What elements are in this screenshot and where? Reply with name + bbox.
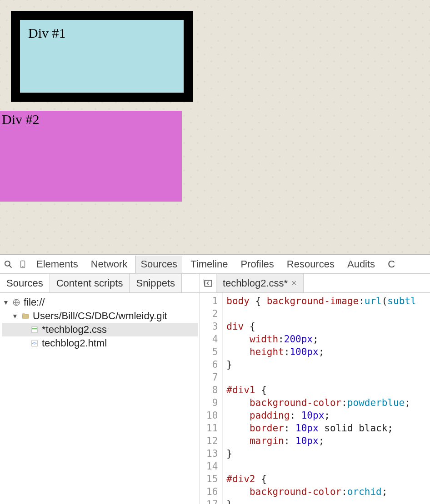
tree-file-label: *techblog2.css xyxy=(42,324,107,336)
svg-text:<>: <> xyxy=(32,341,37,346)
sources-subtabs: Sources Content scripts Snippets xyxy=(0,274,200,293)
code-editor[interactable]: 1234567891011121314151617 body { backgro… xyxy=(200,293,430,504)
tree-file-label: techblog2.html xyxy=(42,337,107,349)
div1-label: Div #1 xyxy=(28,25,66,40)
div1-box: Div #1 xyxy=(11,11,193,102)
div2-label: Div #2 xyxy=(2,112,40,127)
devtools-toolbar: Elements Network Sources Timeline Profil… xyxy=(0,255,430,274)
line-gutter: 1234567891011121314151617 xyxy=(200,293,223,504)
svg-rect-6 xyxy=(32,328,37,329)
tab-profiles[interactable]: Profiles xyxy=(236,256,278,273)
file-tree: ▼ file:// ▼ Users/Bill/CS/DBC/wmleidy.gi… xyxy=(0,293,200,353)
svg-rect-5 xyxy=(31,326,38,333)
code-content[interactable]: body { background-image:url(subtl div { … xyxy=(223,293,416,504)
close-icon[interactable]: × xyxy=(291,278,297,288)
tab-resources[interactable]: Resources xyxy=(282,256,339,273)
svg-point-0 xyxy=(5,261,10,266)
tree-file-css[interactable]: *techblog2.css xyxy=(2,323,198,336)
tab-sources[interactable]: Sources xyxy=(135,256,182,273)
search-icon[interactable] xyxy=(3,259,14,270)
tab-timeline[interactable]: Timeline xyxy=(186,256,232,273)
disclosure-down-icon: ▼ xyxy=(3,299,9,306)
svg-line-1 xyxy=(10,265,12,267)
globe-icon xyxy=(12,298,21,307)
tab-elements[interactable]: Elements xyxy=(32,256,83,273)
tab-network[interactable]: Network xyxy=(86,256,132,273)
editor-tabbar: techblog2.css* × xyxy=(200,274,430,293)
tab-audits[interactable]: Audits xyxy=(343,256,380,273)
page-preview: Div #1 Div #2 xyxy=(0,0,430,254)
editor-pane: techblog2.css* × 12345678910111213141516… xyxy=(200,274,430,504)
editor-tab[interactable]: techblog2.css* × xyxy=(216,274,304,292)
device-icon[interactable] xyxy=(17,259,28,270)
tree-file-html[interactable]: <> techblog2.html xyxy=(2,336,198,350)
tree-folder[interactable]: ▼ Users/Bill/CS/DBC/wmleidy.git xyxy=(2,309,198,323)
svg-rect-9 xyxy=(205,280,211,286)
div2-box: Div #2 xyxy=(0,111,182,202)
devtools-panel: Elements Network Sources Timeline Profil… xyxy=(0,254,430,504)
editor-tab-title: techblog2.css* xyxy=(223,277,288,289)
tree-folder-label: Users/Bill/CS/DBC/wmleidy.git xyxy=(33,310,167,322)
subtab-snippets[interactable]: Snippets xyxy=(130,274,182,292)
sources-sidebar: Sources Content scripts Snippets ▼ file:… xyxy=(0,274,200,504)
disclosure-down-icon: ▼ xyxy=(12,312,18,320)
editor-nav-icon[interactable] xyxy=(200,274,216,292)
tree-root-label: file:// xyxy=(24,296,45,308)
folder-icon xyxy=(21,311,30,321)
tree-root[interactable]: ▼ file:// xyxy=(2,296,198,309)
subtab-content-scripts[interactable]: Content scripts xyxy=(50,274,130,292)
devtools-body: Sources Content scripts Snippets ▼ file:… xyxy=(0,274,430,504)
subtab-sources[interactable]: Sources xyxy=(0,274,50,292)
html-file-icon: <> xyxy=(30,339,39,348)
tab-overflow[interactable]: C xyxy=(383,256,400,273)
css-file-icon xyxy=(30,325,39,334)
